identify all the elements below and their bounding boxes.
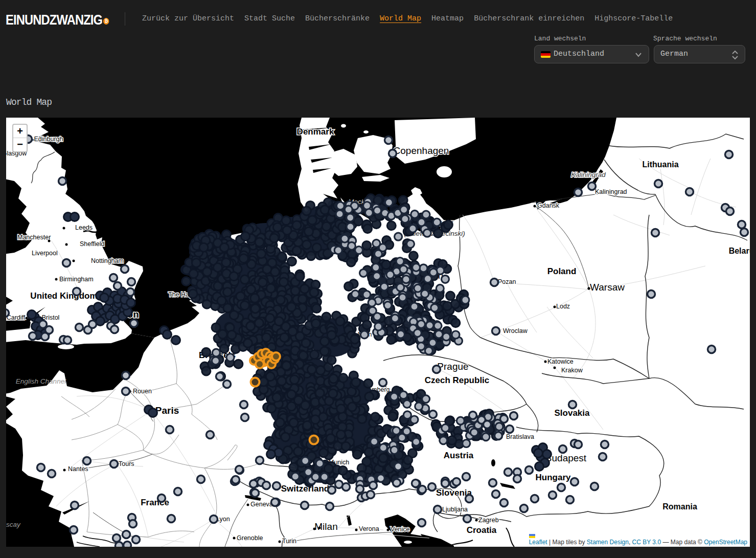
svg-text:scay: scay bbox=[6, 521, 21, 528]
svg-text:Switzerland: Switzerland bbox=[281, 484, 329, 494]
svg-text:Denmark: Denmark bbox=[297, 127, 334, 137]
svg-text:Turin: Turin bbox=[282, 538, 296, 545]
svg-text:Wroclaw: Wroclaw bbox=[503, 327, 528, 334]
svg-text:Croatia: Croatia bbox=[467, 525, 497, 535]
svg-text:Belarus: Belarus bbox=[729, 247, 750, 255]
svg-text:Tours: Tours bbox=[119, 460, 134, 467]
svg-text:Hungary: Hungary bbox=[536, 473, 571, 482]
svg-text:Gdansk: Gdansk bbox=[537, 202, 560, 209]
svg-text:Milan: Milan bbox=[314, 521, 337, 532]
svg-text:Copenhagen: Copenhagen bbox=[394, 145, 449, 156]
svg-text:Leeds: Leeds bbox=[75, 224, 93, 231]
svg-text:Poland: Poland bbox=[547, 266, 577, 276]
svg-text:Birmingham: Birmingham bbox=[59, 276, 94, 283]
svg-text:Bratislava: Bratislava bbox=[506, 433, 534, 440]
svg-text:Kaliningrad: Kaliningrad bbox=[595, 188, 627, 195]
svg-text:English Channel: English Channel bbox=[16, 377, 66, 385]
svg-text:Lithuania: Lithuania bbox=[642, 160, 678, 169]
svg-text:Paris: Paris bbox=[155, 405, 179, 416]
svg-text:Kaliningrad: Kaliningrad bbox=[571, 171, 606, 178]
svg-text:Lodz: Lodz bbox=[556, 303, 570, 310]
svg-text:Grenoble: Grenoble bbox=[237, 534, 263, 542]
svg-text:Warsaw: Warsaw bbox=[590, 282, 625, 293]
svg-text:Nantes: Nantes bbox=[68, 465, 88, 473]
svg-text:Verona: Verona bbox=[359, 525, 379, 532]
svg-text:Zagreb: Zagreb bbox=[478, 517, 499, 524]
svg-text:Romania: Romania bbox=[662, 502, 697, 511]
svg-text:Venice: Venice bbox=[391, 526, 410, 533]
svg-text:Liverpool: Liverpool bbox=[32, 250, 58, 257]
svg-text:Austria: Austria bbox=[444, 451, 474, 460]
svg-text:Krakow: Krakow bbox=[561, 367, 583, 374]
svg-text:Sheffield: Sheffield bbox=[80, 240, 104, 248]
svg-text:Manchester: Manchester bbox=[17, 234, 51, 241]
svg-text:Czech Republic: Czech Republic bbox=[425, 375, 490, 385]
svg-text:Prague: Prague bbox=[437, 361, 468, 372]
svg-text:United Kingdom: United Kingdom bbox=[30, 291, 97, 301]
svg-text:Ljubljana: Ljubljana bbox=[442, 506, 468, 513]
svg-text:Katowice: Katowice bbox=[547, 358, 574, 365]
svg-text:Nottingham: Nottingham bbox=[91, 257, 124, 264]
svg-text:Slovakia: Slovakia bbox=[555, 408, 590, 418]
svg-text:Geneva: Geneva bbox=[250, 501, 273, 508]
svg-text:Pozan: Pozan bbox=[498, 278, 516, 285]
svg-text:Rouen: Rouen bbox=[133, 388, 152, 395]
svg-text:Edinburgh: Edinburgh bbox=[34, 136, 63, 143]
